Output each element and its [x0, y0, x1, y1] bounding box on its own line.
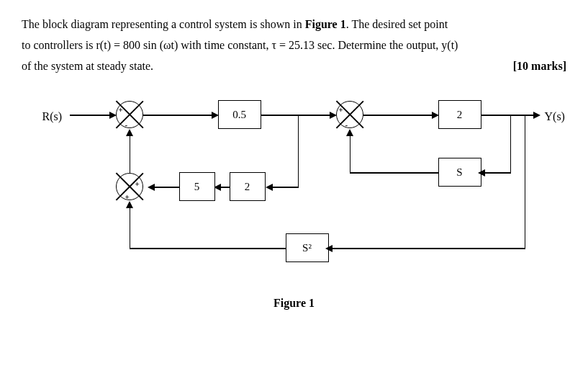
sum1-plus: + — [119, 103, 123, 117]
problem-line3: of the system at steady state. — [22, 56, 153, 77]
output-label: Y(s) — [545, 107, 565, 128]
sum2-plus: + — [339, 103, 343, 117]
gain-block-5: 5 — [179, 172, 215, 201]
figure-reference: Figure 1 — [305, 18, 346, 30]
figure-caption: Figure 1 — [42, 293, 546, 314]
problem-line1a: The block diagram representing a control… — [22, 18, 305, 30]
gain-block-2-feedback: 2 — [230, 172, 266, 201]
feedback-block-s: S — [438, 158, 481, 187]
marks: [10 marks] — [513, 56, 566, 77]
gain-block-0-5: 0.5 — [218, 100, 261, 129]
sum3-plus-right: + — [135, 177, 140, 192]
problem-statement: The block diagram representing a control… — [22, 14, 566, 76]
gain-block-2-forward: 2 — [438, 100, 481, 129]
block-diagram: R(s) + - 0.5 + - 2 Y(s) S 2 5 + — [42, 91, 546, 314]
problem-line1b: . The desired set point — [346, 18, 448, 30]
input-label: R(s) — [42, 107, 63, 128]
problem-line2: to controllers is r(t) = 800 sin (ωt) wi… — [22, 35, 566, 56]
feedback-block-s2: S² — [286, 233, 329, 262]
